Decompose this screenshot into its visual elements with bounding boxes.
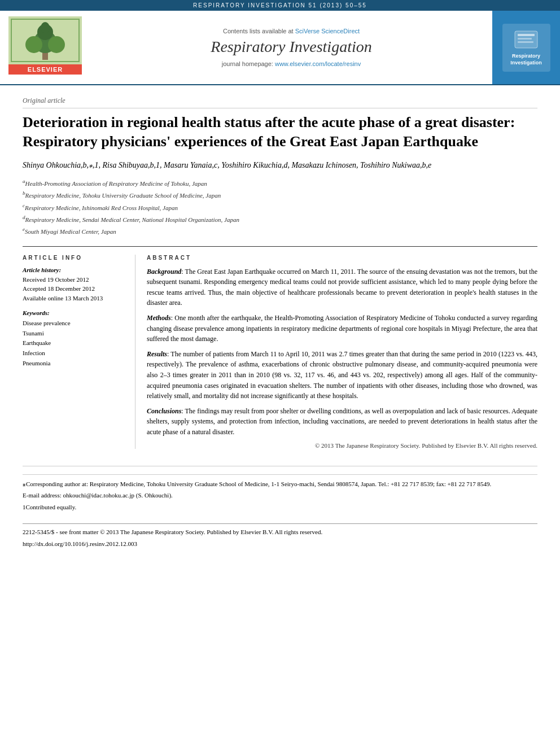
journal-badge-area: Respiratory Investigation xyxy=(492,11,560,84)
footer-divider xyxy=(23,474,537,475)
footer-section: ⁎Corresponding author at: Respiratory Me… xyxy=(23,466,537,549)
header-center: Contents lists available at SciVerse Sci… xyxy=(90,11,492,84)
article-title: Deterioration in regional health status … xyxy=(23,113,537,151)
authors-line: Shinya Ohkouchia,b,⁎,1, Risa Shibuyaa,b,… xyxy=(23,159,537,172)
conclusions-label: Conclusions xyxy=(147,407,181,415)
keyword-2: Tsunami xyxy=(23,329,127,339)
corresponding-note: ⁎Corresponding author at: Respiratory Me… xyxy=(23,479,537,490)
keyword-3: Earthquake xyxy=(23,338,127,348)
keyword-1: Disease prevalence xyxy=(23,318,127,329)
svg-rect-10 xyxy=(518,38,532,40)
homepage-label: journal homepage: xyxy=(222,60,273,67)
contents-availability: Contents lists available at SciVerse Sci… xyxy=(223,28,360,34)
homepage-link[interactable]: www.elsevier.com/locate/resinv xyxy=(275,60,361,67)
legal-line-2: http://dx.doi.org/10.1016/j.resinv.2012.… xyxy=(23,539,537,549)
history-label: Article history: xyxy=(23,267,127,273)
journal-homepage: journal homepage: www.elsevier.com/locat… xyxy=(222,60,361,67)
email-note: E-mail address: ohkouchi@idac.tohoku.ac.… xyxy=(23,491,537,501)
svg-rect-9 xyxy=(518,34,535,36)
affiliations: aHealth-Promoting Association of Respira… xyxy=(23,177,537,237)
authors-text: Shinya Ohkouchia,b,⁎,1, Risa Shibuyaa,b,… xyxy=(23,161,431,169)
contributed-note: 1Contributed equally. xyxy=(23,503,537,513)
abstract-results: Results: The number of patients from Mar… xyxy=(147,349,537,401)
received-date: Received 19 October 2012 xyxy=(23,275,127,285)
methods-label: Methods xyxy=(147,314,171,322)
keywords-section: Keywords: Disease prevalence Tsunami Ear… xyxy=(23,309,127,368)
affiliation-e: eSouth Miyagi Medical Center, Japan xyxy=(23,225,537,237)
elsevier-logo-box: ELSEVIER xyxy=(8,16,82,78)
conclusions-text: : The findings may result from poor shel… xyxy=(147,407,537,436)
badge-title-text: Respiratory Investigation xyxy=(510,53,542,66)
section-label: Original article xyxy=(23,97,537,108)
journal-title: Respiratory Investigation xyxy=(211,38,371,56)
journal-top-bar: RESPIRATORY INVESTIGATION 51 (2013) 50–5… xyxy=(0,0,560,11)
svg-point-3 xyxy=(25,36,42,53)
elsevier-logo-area: ELSEVIER xyxy=(0,11,90,84)
copyright-line: © 2013 The Japanese Respiratory Society.… xyxy=(147,442,537,449)
abstract-conclusions: Conclusions: The findings may result fro… xyxy=(147,406,537,438)
background-text: : The Great East Japan Earthquake occurr… xyxy=(147,268,537,307)
sciverse-link[interactable]: SciVerse ScienceDirect xyxy=(295,28,360,34)
article-history: Article history: Received 19 October 201… xyxy=(23,267,127,303)
affiliation-d: dRespiratory Medicine, Sendai Medical Ce… xyxy=(23,213,537,225)
journal-citation: RESPIRATORY INVESTIGATION 51 (2013) 50–5… xyxy=(193,2,367,8)
elsevier-label: ELSEVIER xyxy=(8,64,82,75)
svg-point-6 xyxy=(41,22,50,33)
available-date: Available online 13 March 2013 xyxy=(23,294,127,303)
main-content: Original article Deterioration in region… xyxy=(0,85,560,568)
two-col-section: ARTICLE INFO Article history: Received 1… xyxy=(23,246,537,449)
keyword-4: Infection xyxy=(23,348,127,359)
affiliation-c: cRespiratory Medicine, Ishinomaki Red Cr… xyxy=(23,202,537,213)
abstract-col: ABSTRACT Background: The Great East Japa… xyxy=(147,255,537,449)
accepted-date: Accepted 18 December 2012 xyxy=(23,284,127,294)
background-label: Background xyxy=(147,268,181,276)
results-text: : The number of patients from March 11 t… xyxy=(147,350,537,400)
svg-rect-11 xyxy=(518,41,533,43)
article-info-col: ARTICLE INFO Article history: Received 1… xyxy=(23,255,135,449)
journal-header: ELSEVIER Contents lists available at Sci… xyxy=(0,11,560,85)
abstract-background: Background: The Great East Japan Earthqu… xyxy=(147,267,537,308)
elsevier-tree-graphic xyxy=(8,16,82,64)
abstract-methods: Methods: One month after the earthquake,… xyxy=(147,313,537,344)
bottom-legal: 2212-5345/$ - see front matter © 2013 Th… xyxy=(23,523,537,549)
affiliation-b: bRespiratory Medicine, Tohoku University… xyxy=(23,189,537,200)
contents-text: Contents lists available at xyxy=(223,28,294,34)
abstract-heading: ABSTRACT xyxy=(147,255,537,261)
affiliation-a: aHealth-Promoting Association of Respira… xyxy=(23,177,537,189)
methods-text: : One month after the earthquake, the He… xyxy=(147,314,537,343)
article-info-heading: ARTICLE INFO xyxy=(23,255,127,261)
journal-badge: Respiratory Investigation xyxy=(502,24,550,72)
results-label: Results xyxy=(147,350,167,358)
svg-point-4 xyxy=(48,36,65,53)
keywords-label: Keywords: xyxy=(23,309,127,316)
keyword-5: Pneumonia xyxy=(23,359,127,369)
legal-line-1: 2212-5345/$ - see front matter © 2013 Th… xyxy=(23,527,537,538)
